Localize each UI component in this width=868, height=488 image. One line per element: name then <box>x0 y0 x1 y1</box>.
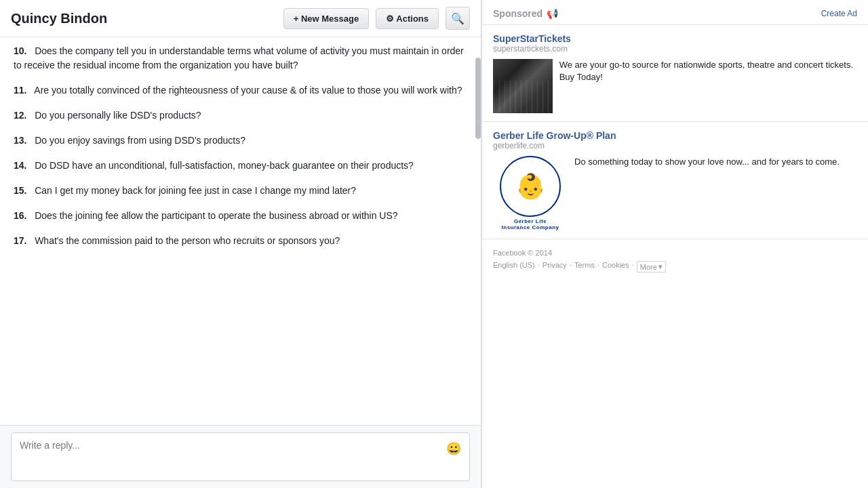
footer-link-terms[interactable]: Terms <box>574 261 595 272</box>
footer-sep: · <box>570 261 572 272</box>
header: Quincy Bindon + New Message ⚙ Actions 🔍 <box>0 0 481 37</box>
question-num: 10. <box>14 45 26 56</box>
search-button[interactable]: 🔍 <box>446 7 470 30</box>
actions-button[interactable]: ⚙ Actions <box>376 8 439 29</box>
footer-link-privacy[interactable]: Privacy <box>542 261 567 272</box>
gerber-logo-circle: 👶 <box>500 156 561 217</box>
question-num: 17. <box>14 235 26 246</box>
list-item: 15. Can I get my money back for joining … <box>14 184 467 198</box>
sponsored-header: Sponsored 📢 Create Ad <box>482 0 868 25</box>
emoji-icon[interactable]: 😀 <box>446 441 461 456</box>
new-message-label: + New Message <box>294 14 359 24</box>
sponsored-title: Sponsored 📢 <box>493 8 558 19</box>
list-item: 11. Are you totally convinced of the rig… <box>14 83 467 98</box>
list-item: 13. Do you enjoy savings from using DSD'… <box>14 134 467 148</box>
question-num: 16. <box>14 210 26 221</box>
new-message-button[interactable]: + New Message <box>283 8 369 29</box>
create-ad-link[interactable]: Create Ad <box>821 9 857 18</box>
ad-name-gerber[interactable]: Gerber Life Grow-Up® Plan <box>493 130 857 141</box>
list-item: 16. Does the joining fee allow the parti… <box>14 209 467 223</box>
ad-text-gerber: Do something today to show your love now… <box>574 156 840 230</box>
list-item: 12. Do you personally like DSD's product… <box>14 108 467 123</box>
left-panel: Quincy Bindon + New Message ⚙ Actions 🔍 … <box>0 0 481 488</box>
question-num: 11. <box>14 85 26 96</box>
ad-name-superstar[interactable]: SuperStarTickets <box>493 33 857 44</box>
reply-input[interactable] <box>20 440 446 462</box>
ad-block-gerber: Gerber Life Grow-Up® Plan gerberlife.com… <box>482 122 868 239</box>
gerber-company-text: Gerber LifeInsurance Company <box>502 218 559 230</box>
footer-sep: · <box>538 261 540 272</box>
content-scroll[interactable]: 10. Does the company tell you in underst… <box>0 37 481 425</box>
ad-block-superstar: SuperStarTickets superstartickets.com We… <box>482 25 868 122</box>
chevron-down-icon: ▾ <box>658 262 663 271</box>
footer-link-language[interactable]: English (US) <box>493 261 535 272</box>
reply-area: 😀 <box>0 425 481 488</box>
question-num: 13. <box>14 135 26 146</box>
more-label: More <box>640 263 657 271</box>
list-item: 10. Does the company tell you in underst… <box>14 44 467 73</box>
question-num: 15. <box>14 185 26 196</box>
list-item: 17. What's the commission paid to the pe… <box>14 234 467 248</box>
question-num: 12. <box>14 110 26 121</box>
ad-content-gerber: 👶 Gerber LifeInsurance Company Do someth… <box>493 156 857 230</box>
footer-sep: · <box>632 261 634 272</box>
right-panel: Sponsored 📢 Create Ad SuperStarTickets s… <box>481 0 868 488</box>
question-num: 14. <box>14 160 26 171</box>
footer-copyright: Facebook © 2014 <box>493 249 857 257</box>
actions-label: ⚙ Actions <box>386 14 429 24</box>
ad-image-superstar <box>493 59 553 113</box>
scrollbar-thumb[interactable] <box>475 58 481 139</box>
footer-area: Facebook © 2014 English (US) · Privacy ·… <box>482 239 868 282</box>
sponsored-label: Sponsored <box>493 8 542 19</box>
content-wrapper: 10. Does the company tell you in underst… <box>0 37 481 425</box>
baby-icon: 👶 <box>515 174 546 199</box>
ad-content-superstar: We are your go-to source for nationwide … <box>493 59 857 113</box>
ad-url-gerber: gerberlife.com <box>493 141 857 150</box>
more-button[interactable]: More ▾ <box>637 261 666 272</box>
footer-sep: · <box>597 261 599 272</box>
reply-input-wrapper: 😀 <box>11 432 470 481</box>
footer-link-cookies[interactable]: Cookies <box>602 261 629 272</box>
megaphone-icon: 📢 <box>547 8 558 19</box>
footer-links: English (US) · Privacy · Terms · Cookies… <box>493 261 857 272</box>
ad-image-gerber: 👶 Gerber LifeInsurance Company <box>493 156 568 230</box>
ad-text-superstar: We are your go-to source for nationwide … <box>559 59 857 113</box>
page-title: Quincy Bindon <box>11 11 277 26</box>
search-icon: 🔍 <box>451 12 465 25</box>
ad-url-superstar: superstartickets.com <box>493 44 857 54</box>
list-item: 14. Do DSD have an unconditional, full-s… <box>14 159 467 173</box>
